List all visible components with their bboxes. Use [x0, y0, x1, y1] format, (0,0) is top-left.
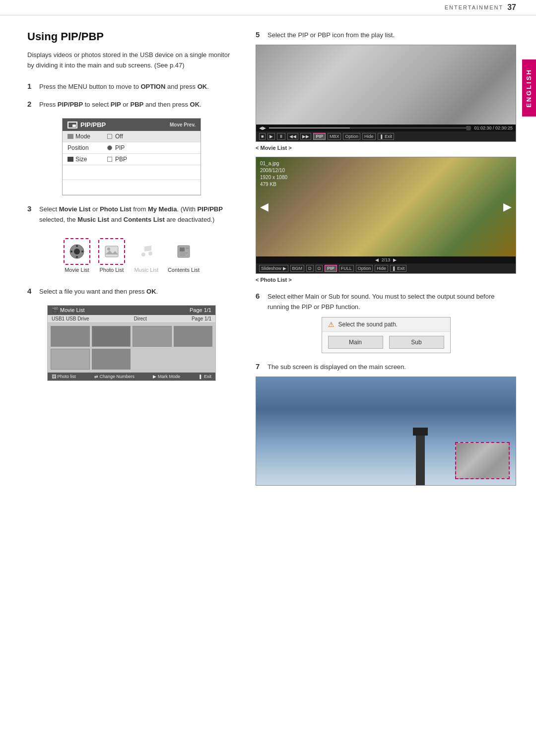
ctrl-pip-active[interactable]: PIP [313, 133, 326, 140]
main-button[interactable]: Main [328, 336, 383, 349]
main-content: Using PIP/PBP Displays videos or photos … [0, 15, 536, 509]
movie-list-label: < Movie List > [256, 145, 516, 151]
photo-counter-bar: ◀ 2/13 ▶ [256, 256, 516, 263]
time-display: 01:02:30 / 02:30:25 [474, 126, 513, 130]
ctrl-exit2[interactable]: ❚ Exit [390, 265, 407, 272]
svg-rect-6 [105, 246, 118, 257]
music-list-label: Music List [134, 267, 158, 273]
pip-row-mode[interactable]: Mode Off [63, 131, 201, 142]
movie-viewer-image [256, 45, 516, 125]
movie-controls: ■ ▶ ⏸ ◀◀ ▶▶ PIP MBX Option Hide ❚ Exit [256, 131, 516, 141]
step-2: 2 Press PIP/PBP to select PIP or PBP and… [27, 100, 236, 110]
movie-list-label: Movie List [65, 267, 89, 273]
step-2-text: Press PIP/PBP to select PIP or PBP and t… [39, 100, 201, 110]
step-1: 1 Press the MENU button to move to OPTIO… [27, 82, 236, 92]
ctrl-hide2[interactable]: Hide [375, 265, 388, 272]
photo-resolution: 1920 x 1080 [260, 174, 287, 181]
ctrl-q[interactable]: Ω [316, 265, 323, 272]
step-5-num: 5 [256, 30, 264, 39]
pip-label-position: Position [67, 144, 107, 151]
photo-next-ctrl[interactable]: ▶ [393, 257, 397, 262]
ctrl-full[interactable]: FULL [339, 265, 354, 272]
ctrl-fwd[interactable]: ▶▶ [300, 133, 311, 140]
thumb-1[interactable] [51, 326, 90, 347]
photo-controls: Slideshow ▶ BGM D Ω PIP FULL Option Hide… [256, 263, 516, 273]
footer-mark[interactable]: ▶ Mark Mode [153, 374, 180, 379]
thumb-4[interactable] [174, 326, 213, 347]
ctrl-play[interactable]: ▶ [268, 133, 275, 140]
svg-point-2 [76, 245, 78, 247]
svg-rect-15 [180, 254, 186, 255]
photo-next-arrow[interactable]: ▶ [503, 200, 512, 213]
pip-dialog-header: PIP/PBP Move Prev. [63, 119, 201, 131]
left-column: Using PIP/PBP Displays videos or photos … [27, 30, 236, 495]
ctrl-d[interactable]: D [306, 265, 314, 272]
svg-rect-12 [180, 248, 185, 252]
pbp-checkbox[interactable] [107, 157, 112, 162]
pip-row-position[interactable]: Position PIP [63, 142, 201, 154]
svg-point-4 [70, 251, 72, 252]
step-2-num: 2 [27, 100, 35, 108]
ctrl-stop[interactable]: ■ [259, 133, 266, 140]
screenshot-grid [48, 323, 215, 373]
lighthouse-tower [416, 436, 425, 485]
mode-checkbox[interactable] [107, 134, 112, 139]
photo-filename: 01_a.jpg [260, 160, 287, 167]
photo-icon [104, 244, 120, 259]
ctrl-pause[interactable]: ⏸ [277, 133, 285, 140]
movie-list-box[interactable] [64, 238, 90, 265]
ctrl-mbx[interactable]: MBX [328, 133, 341, 140]
svg-point-9 [141, 252, 145, 256]
ctrl-option2[interactable]: Option [356, 265, 373, 272]
screenshot-header: 🎬 Movie List Page 1/1 [48, 306, 215, 315]
photo-prev-ctrl[interactable]: ◀ [375, 257, 379, 262]
movie-progress-bar: ◀▶ ⬛ 01:02:30 / 02:30:25 [256, 125, 516, 131]
svg-point-7 [107, 248, 110, 251]
media-photo-list[interactable]: Photo List [98, 238, 125, 273]
ctrl-pip2[interactable]: PIP [325, 265, 337, 272]
right-column: 5 Select the PIP or PBP icon from the pl… [256, 30, 516, 495]
svg-point-5 [81, 251, 83, 252]
step-6-text: Select either Main or Sub for sound. You… [268, 292, 516, 313]
page-title: Using PIP/PBP [27, 30, 236, 43]
pip-row-size[interactable]: Size PBP [63, 154, 201, 165]
footer-exit[interactable]: ❚ Exit [199, 374, 211, 379]
photo-list-box[interactable] [98, 238, 125, 265]
pip-empty-row-2 [63, 180, 201, 195]
screenshot-title: 🎬 Movie List [52, 307, 85, 314]
ctrl-bgm[interactable]: BGM [290, 265, 305, 272]
sound-dialog-buttons: Main Sub [322, 332, 450, 353]
sound-dialog-header: ⚠ Select the sound path. [322, 317, 450, 332]
footer-change[interactable]: ⇄ Change Numbers [94, 374, 134, 379]
media-movie-list[interactable]: Movie List [64, 238, 90, 273]
media-contents-list[interactable]: Contents List [168, 238, 200, 273]
movie-viewer-box: ◀▶ ⬛ 01:02:30 / 02:30:25 ■ ▶ ⏸ ◀◀ ▶▶ PIP… [256, 45, 516, 142]
pip-value-position: PIP [107, 144, 125, 151]
footer-photo-list[interactable]: 🖼 Photo list [52, 374, 76, 379]
step-7-num: 7 [256, 362, 264, 371]
section-label: ENTERTAINMENT [445, 4, 504, 10]
size-color-box [67, 157, 73, 162]
step-6-container: 6 Select either Main or Sub for sound. Y… [256, 292, 516, 354]
ctrl-exit[interactable]: ❚ Exit [378, 133, 395, 140]
step-6-row: 6 Select either Main or Sub for sound. Y… [256, 292, 516, 313]
ctrl-slideshow[interactable]: Slideshow ▶ [259, 265, 288, 272]
photo-date: 2008/12/10 [260, 167, 287, 174]
pip-checkbox[interactable] [107, 145, 112, 150]
thumb-3[interactable] [133, 326, 172, 347]
ctrl-hide[interactable]: Hide [362, 133, 376, 140]
thumb-5[interactable] [51, 349, 90, 370]
sub-button[interactable]: Sub [389, 336, 444, 349]
pip-dialog-title: PIP/PBP [80, 121, 106, 128]
ctrl-option[interactable]: Option [343, 133, 360, 140]
photo-prev-arrow[interactable]: ◀ [260, 200, 268, 213]
pip-empty-row-1 [63, 165, 201, 180]
svg-rect-14 [180, 252, 188, 253]
screenshot-footer: 🖼 Photo list ⇄ Change Numbers ▶ Mark Mod… [48, 373, 215, 380]
thumb-2[interactable] [92, 326, 131, 347]
ctrl-rew[interactable]: ◀◀ [287, 133, 298, 140]
step-1-text: Press the MENU button to move to OPTION … [39, 82, 209, 92]
photo-viewer-info: 01_a.jpg 2008/12/10 1920 x 1080 479 KB [260, 160, 287, 188]
contents-list-box[interactable] [170, 238, 197, 265]
thumb-6[interactable] [92, 349, 131, 370]
